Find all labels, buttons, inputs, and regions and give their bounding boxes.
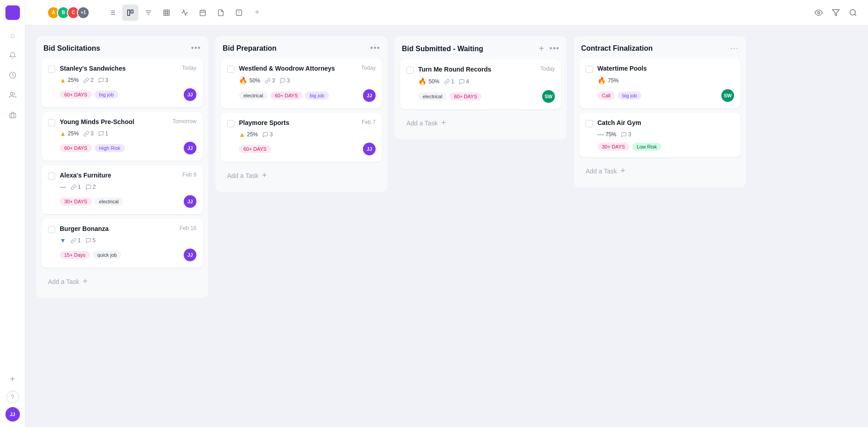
tag-60+-days: 60+ DAYS [60, 144, 92, 152]
card-checkbox-westlend-woodrow[interactable] [227, 66, 234, 73]
card-tags-turn-me-round-records: electrical60+ DAYS [418, 92, 482, 101]
kanban-board: Bid Solicitations ••• Stanley's Sandwich… [25, 25, 868, 427]
add-task-bid-submitted-waiting[interactable]: Add a Task + [400, 114, 561, 132]
sidebar: ⌂ + ? JJ [0, 0, 25, 427]
card-checkbox-alexas-furniture[interactable] [48, 173, 55, 180]
eye-icon[interactable] [815, 9, 823, 17]
card-comments-playmore-sports: 3 [262, 131, 273, 138]
column-body-contract-finalization: Watertime Pools 🔥 75% Callbig job SW [574, 58, 746, 187]
card-date-alexas-furniture: Feb 9 [182, 172, 196, 178]
tag-60+-days: 60+ DAYS [270, 91, 302, 100]
column-header-contract-finalization: Contract Finalization ··· [574, 36, 746, 58]
filter-view-button[interactable] [140, 5, 157, 21]
tag-30+-days: 30+ DAYS [60, 197, 92, 206]
card-tags-stanleys-sandwiches: 60+ DAYSbig job [60, 91, 118, 99]
card-checkbox-playmore-sports[interactable] [227, 120, 234, 127]
add-view-button[interactable]: + [249, 5, 265, 21]
card-alexas-furniture[interactable]: Alexa's Furniture Feb 9 — 1 2 30+ DAYSel… [42, 165, 203, 214]
card-links-westlend-woodrow: 3 [265, 77, 275, 84]
card-priority-turn-me-round-records: 🔥 50% [418, 77, 439, 86]
card-title-catch-air-gym: Catch Air Gym [597, 119, 734, 126]
card-top-watertime-pools: Watertime Pools [586, 65, 734, 73]
main-content: A B C +1 [25, 0, 868, 427]
chart-view-button[interactable] [176, 5, 193, 21]
people-icon[interactable] [5, 87, 21, 103]
column-title-bid-submitted-waiting: Bid Submitted - Waiting [402, 45, 483, 53]
column-bid-preparation: Bid Preparation ••• Westlend & Woodrow A… [215, 36, 387, 192]
home-icon[interactable]: ⌂ [5, 27, 21, 43]
card-young-minds-preschool[interactable]: Young Minds Pre-School Tomorrow ▲ 25% 3 … [42, 112, 203, 161]
history-icon[interactable] [5, 67, 21, 83]
card-playmore-sports[interactable]: Playmore Sports Feb 7 ▲ 25% 3 60+ DAYS J… [221, 113, 382, 162]
add-column-icon[interactable]: + [539, 43, 544, 54]
column-menu-bid-submitted-waiting[interactable]: ••• [549, 44, 559, 53]
tag-big-job: big job [95, 91, 118, 99]
card-tags-catch-air-gym: 30+ DAYSLow Risk [597, 143, 661, 151]
funnel-icon[interactable] [832, 9, 840, 17]
view-toolbar: + [100, 5, 269, 21]
svg-rect-9 [128, 10, 130, 15]
doc-view-button[interactable] [213, 5, 229, 21]
card-comments-young-minds-preschool: 1 [98, 130, 109, 137]
add-task-icon-bid-submitted-waiting: + [441, 118, 446, 128]
tag-high-risk: High Risk [95, 144, 125, 152]
card-checkbox-burger-bonanza[interactable] [48, 226, 55, 233]
tag-big-job: big job [618, 91, 641, 100]
card-checkbox-stanleys-sandwiches[interactable] [48, 66, 55, 73]
tag-quick-job: quick job [93, 251, 121, 259]
avatar-count[interactable]: +1 [77, 6, 90, 19]
column-bid-submitted-waiting: Bid Submitted - Waiting + ••• Turn Me Ro… [395, 36, 567, 139]
help-icon[interactable]: ? [6, 391, 19, 403]
calendar-view-button[interactable] [195, 5, 211, 21]
card-turn-me-round-records[interactable]: Turn Me Round Records Today 🔥 50% 1 4 el… [400, 59, 561, 109]
add-task-contract-finalization[interactable]: Add a Task + [579, 162, 740, 180]
card-checkbox-catch-air-gym[interactable] [586, 120, 593, 127]
column-title-bid-solicitations: Bid Solicitations [43, 44, 100, 53]
card-priority-stanleys-sandwiches: ▲ 25% [60, 77, 79, 84]
add-task-bid-preparation[interactable]: Add a Task + [221, 166, 382, 185]
card-tags-playmore-sports: 60+ DAYS [239, 145, 271, 153]
card-date-stanleys-sandwiches: Today [182, 65, 196, 71]
card-checkbox-turn-me-round-records[interactable] [406, 67, 414, 74]
card-links-young-minds-preschool: 3 [83, 130, 94, 137]
column-menu-bid-preparation[interactable]: ••• [370, 43, 380, 53]
notification-icon[interactable] [5, 47, 21, 63]
card-checkbox-watertime-pools[interactable] [586, 66, 593, 73]
card-top-catch-air-gym: Catch Air Gym [586, 119, 734, 127]
tag-60+-days: 60+ DAYS [449, 92, 482, 101]
table-view-button[interactable] [158, 5, 175, 21]
card-stanleys-sandwiches[interactable]: Stanley's Sandwiches Today ▲ 25% 2 3 60+… [42, 58, 203, 107]
column-menu-bid-solicitations[interactable]: ••• [191, 43, 201, 53]
svg-point-28 [850, 10, 855, 15]
svg-rect-10 [131, 10, 133, 13]
board-view-button[interactable] [122, 5, 138, 21]
svg-rect-14 [164, 10, 169, 15]
card-priority-young-minds-preschool: ▲ 25% [60, 130, 79, 137]
search-icon[interactable] [849, 9, 857, 17]
card-watertime-pools[interactable]: Watertime Pools 🔥 75% Callbig job SW [579, 58, 740, 108]
tag-electrical: electrical [418, 92, 447, 101]
list-view-button[interactable] [104, 5, 120, 21]
column-header-bid-preparation: Bid Preparation ••• [215, 36, 387, 58]
card-catch-air-gym[interactable]: Catch Air Gym — 75% 3 30+ DAYSLow Risk [579, 113, 740, 157]
card-burger-bonanza[interactable]: Burger Bonanza Feb 16 ▼ 1 5 15+ Daysquic… [42, 219, 203, 268]
briefcase-icon[interactable] [5, 107, 21, 123]
card-checkbox-young-minds-preschool[interactable] [48, 119, 55, 126]
card-date-turn-me-round-records: Today [540, 66, 555, 72]
app-logo[interactable] [5, 5, 20, 20]
info-view-button[interactable] [231, 5, 247, 21]
add-task-icon-bid-preparation: + [262, 171, 267, 180]
add-task-icon-contract-finalization: + [620, 166, 625, 176]
card-title-turn-me-round-records: Turn Me Round Records [418, 66, 537, 73]
card-date-burger-bonanza: Feb 16 [180, 225, 196, 231]
add-task-bid-solicitations[interactable]: Add a Task + [42, 272, 203, 291]
add-icon[interactable]: + [5, 371, 21, 387]
card-links-burger-bonanza: 1 [71, 237, 81, 244]
user-avatar[interactable]: JJ [5, 407, 20, 422]
tag-15+-days: 15+ Days [60, 251, 90, 259]
card-avatar-turn-me-round-records: SW [542, 90, 555, 103]
column-title-bid-preparation: Bid Preparation [223, 44, 277, 53]
svg-line-29 [854, 14, 856, 15]
column-menu-contract-finalization[interactable]: ··· [730, 43, 739, 53]
card-westlend-woodrow[interactable]: Westlend & Woodrow Attorneys Today 🔥 50%… [221, 58, 382, 108]
